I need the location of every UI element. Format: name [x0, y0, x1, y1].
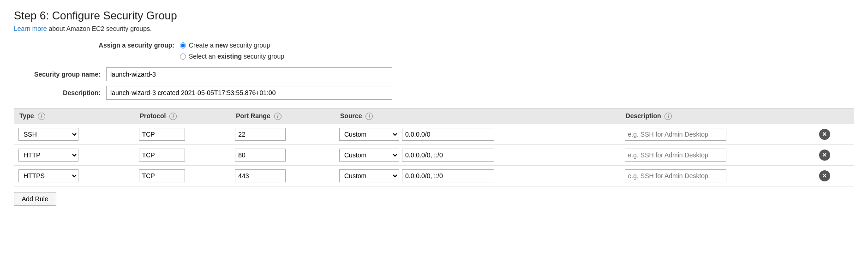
source-group-0: CustomAnywhereMy IP [339, 128, 616, 141]
protocol-input-1[interactable] [139, 149, 185, 162]
type-info-icon: i [38, 113, 45, 120]
remove-icon: × [819, 170, 830, 181]
learn-more-link[interactable]: Learn more [14, 25, 47, 32]
table-row: SSHHTTPHTTPSCustom TCPCustom UDPAll Traf… [14, 166, 854, 186]
source-select-0[interactable]: CustomAnywhereMy IP [339, 128, 399, 141]
description-input[interactable] [106, 86, 392, 100]
col-description: Description i [620, 108, 813, 124]
col-protocol: Protocol i [134, 108, 231, 124]
remove-cell-2: × [813, 166, 854, 186]
source-select-2[interactable]: CustomAnywhereMy IP [339, 169, 399, 182]
description-input-2[interactable] [625, 169, 726, 182]
sg-name-label: Security group name: [14, 71, 106, 78]
type-cell-1: SSHHTTPHTTPSCustom TCPCustom UDPAll Traf… [14, 145, 134, 166]
col-type: Type i [14, 108, 134, 124]
port-input-0[interactable] [235, 128, 286, 141]
protocol-input-0[interactable] [139, 128, 185, 141]
port-cell-2 [230, 166, 335, 186]
table-row: SSHHTTPHTTPSCustom TCPCustom UDPAll Traf… [14, 145, 854, 166]
description-cell-1 [620, 145, 813, 166]
source-ip-input-1[interactable] [402, 149, 494, 162]
source-ip-input-2[interactable] [402, 169, 494, 182]
description-row: Description: [14, 86, 854, 100]
security-group-name-row: Security group name: [14, 67, 854, 81]
protocol-info-icon: i [169, 113, 177, 120]
type-select-1[interactable]: SSHHTTPHTTPSCustom TCPCustom UDPAll Traf… [18, 149, 78, 162]
add-rule-button[interactable]: Add Rule [14, 192, 56, 206]
port-input-1[interactable] [235, 149, 286, 162]
remove-button-2[interactable]: × [817, 170, 832, 181]
assign-label-row: Assign a security group: Create a new se… [88, 42, 854, 49]
select-existing-radio[interactable] [180, 54, 186, 60]
radio-group: Assign a security group: Create a new se… [88, 42, 854, 60]
source-info-icon: i [365, 113, 373, 120]
assign-security-group-section: Assign a security group: Create a new se… [14, 42, 854, 100]
sg-name-input[interactable] [106, 67, 392, 81]
port-range-info-icon: i [274, 113, 281, 120]
select-existing-label: Select an existing security group [189, 53, 284, 60]
remove-button-0[interactable]: × [817, 129, 832, 140]
col-port-range: Port Range i [230, 108, 335, 124]
remove-icon: × [819, 150, 830, 161]
type-cell-0: SSHHTTPHTTPSCustom TCPCustom UDPAll Traf… [14, 124, 134, 145]
col-source: Source i [335, 108, 620, 124]
source-group-1: CustomAnywhereMy IP [339, 149, 616, 162]
type-select-2[interactable]: SSHHTTPHTTPSCustom TCPCustom UDPAll Traf… [18, 169, 78, 182]
source-group-2: CustomAnywhereMy IP [339, 169, 616, 182]
assign-label: Assign a security group: [88, 42, 180, 49]
description-info-icon: i [664, 113, 672, 120]
remove-cell-0: × [813, 124, 854, 145]
source-select-1[interactable]: CustomAnywhereMy IP [339, 149, 399, 162]
description-label: Description: [14, 89, 106, 96]
type-select-0[interactable]: SSHHTTPHTTPSCustom TCPCustom UDPAll Traf… [18, 128, 78, 141]
col-actions [813, 108, 854, 124]
subtitle: Learn more about Amazon EC2 security gro… [14, 25, 854, 32]
source-cell-1: CustomAnywhereMy IP [335, 145, 620, 166]
subtitle-text: about Amazon EC2 security groups. [48, 25, 151, 32]
port-input-2[interactable] [235, 169, 286, 182]
remove-button-1[interactable]: × [817, 150, 832, 161]
create-new-label: Create a new security group [189, 42, 270, 49]
description-input-1[interactable] [625, 149, 726, 162]
source-ip-input-0[interactable] [402, 128, 494, 141]
port-cell-0 [230, 124, 335, 145]
table-header-row: Type i Protocol i Port Range i Source i … [14, 108, 854, 124]
port-cell-1 [230, 145, 335, 166]
rules-table: Type i Protocol i Port Range i Source i … [14, 108, 854, 186]
description-cell-0 [620, 124, 813, 145]
description-input-0[interactable] [625, 128, 726, 141]
protocol-cell-0 [134, 124, 231, 145]
remove-icon: × [819, 129, 830, 140]
source-cell-2: CustomAnywhereMy IP [335, 166, 620, 186]
remove-cell-1: × [813, 145, 854, 166]
table-row: SSHHTTPHTTPSCustom TCPCustom UDPAll Traf… [14, 124, 854, 145]
protocol-cell-1 [134, 145, 231, 166]
type-cell-2: SSHHTTPHTTPSCustom TCPCustom UDPAll Traf… [14, 166, 134, 186]
create-new-radio[interactable] [180, 42, 186, 48]
rules-table-section: Type i Protocol i Port Range i Source i … [14, 108, 854, 186]
protocol-input-2[interactable] [139, 169, 185, 182]
protocol-cell-2 [134, 166, 231, 186]
source-cell-0: CustomAnywhereMy IP [335, 124, 620, 145]
description-cell-2 [620, 166, 813, 186]
select-existing-row: Select an existing security group [180, 53, 854, 60]
page-title: Step 6: Configure Security Group [14, 9, 854, 22]
